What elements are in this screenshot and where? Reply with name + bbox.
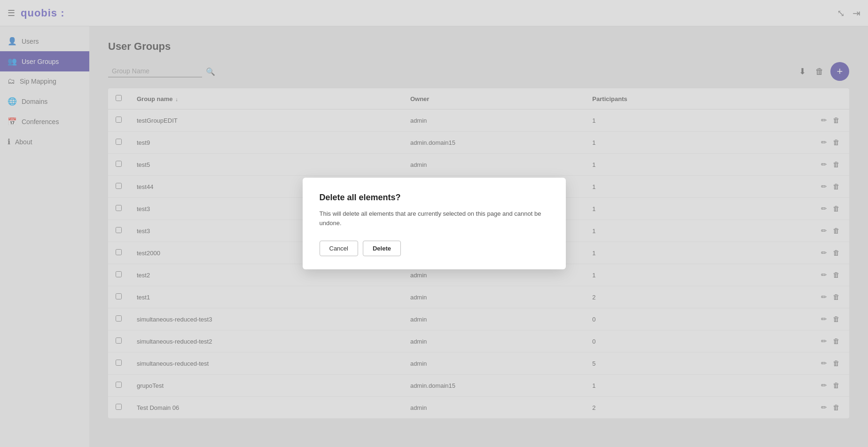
- dialog-body: This will delete all elements that are c…: [320, 209, 549, 227]
- delete-dialog: Delete all elements? This will delete al…: [303, 178, 566, 269]
- dialog-actions: Cancel Delete: [320, 241, 549, 256]
- confirm-delete-button[interactable]: Delete: [363, 241, 401, 256]
- dialog-overlay: Delete all elements? This will delete al…: [0, 0, 868, 447]
- dialog-title: Delete all elements?: [320, 193, 549, 203]
- cancel-button[interactable]: Cancel: [320, 241, 358, 256]
